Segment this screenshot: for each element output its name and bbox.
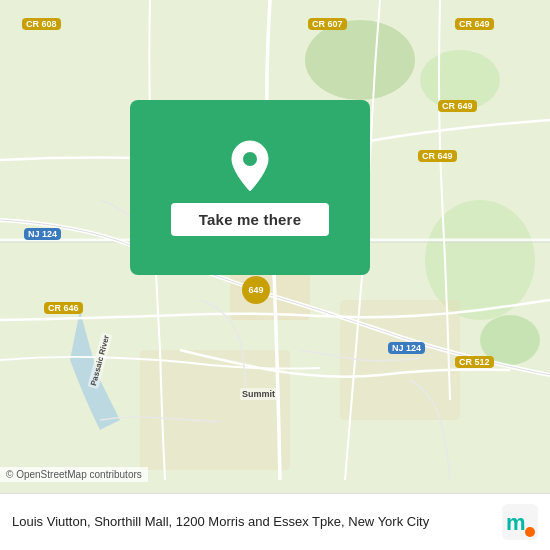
badge-cr646: CR 646 [44, 302, 83, 314]
bottom-bar: Louis Viutton, Shorthill Mall, 1200 Morr… [0, 493, 550, 550]
map-container: CR 608 CR 607 CR 649 CR 649 CR 649 CR 64… [0, 0, 550, 550]
badge-nj124a: NJ 124 [24, 228, 61, 240]
badge-cr512: CR 512 [455, 356, 494, 368]
location-card: Take me there [130, 100, 370, 275]
moovit-logo: m [502, 504, 538, 540]
badge-649: 649 [242, 276, 270, 304]
location-pin-icon [228, 139, 272, 193]
badge-cr608: CR 608 [22, 18, 61, 30]
badge-cr607: CR 607 [308, 18, 347, 30]
badge-cr649b: CR 649 [438, 100, 477, 112]
moovit-logo-icon: m [502, 504, 538, 540]
svg-text:m: m [506, 510, 526, 535]
svg-point-10 [243, 152, 257, 166]
badge-nj124b: NJ 124 [388, 342, 425, 354]
svg-point-13 [525, 527, 535, 537]
badge-cr649c: CR 649 [418, 150, 457, 162]
take-me-there-button[interactable]: Take me there [171, 203, 329, 236]
badge-cr649a: CR 649 [455, 18, 494, 30]
attribution-text: © OpenStreetMap contributors [0, 467, 148, 482]
svg-point-1 [305, 20, 415, 100]
address-text: Louis Viutton, Shorthill Mall, 1200 Morr… [12, 513, 429, 531]
